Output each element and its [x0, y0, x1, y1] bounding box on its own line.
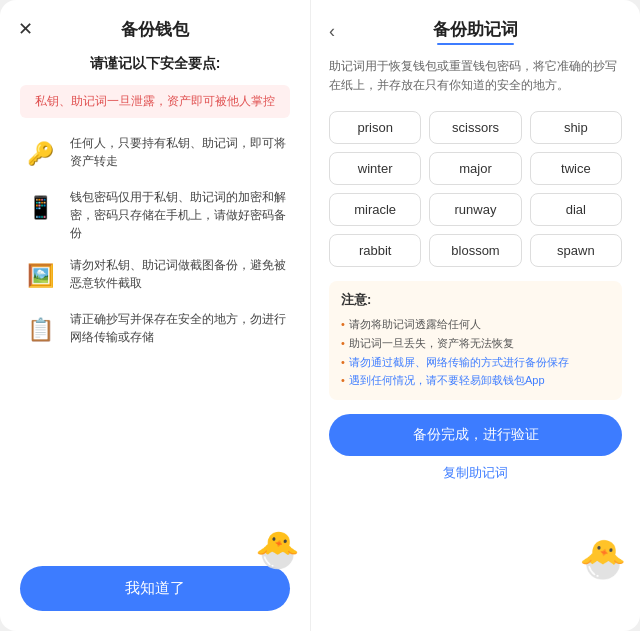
- left-item: 📋请正确抄写并保存在安全的地方，勿进行网络传输或存储: [20, 310, 290, 350]
- mnemonic-word-5: twice: [530, 152, 622, 185]
- left-item: 📱钱包密码仅用于私钥、助记词的加密和解密，密码只存储在手机上，请做好密码备份: [20, 188, 290, 242]
- notes-item-3: 遇到任何情况，请不要轻易卸载钱包App: [341, 371, 610, 390]
- mnemonic-word-9: rabbit: [329, 234, 421, 267]
- mnemonic-word-11: spawn: [530, 234, 622, 267]
- left-title: 备份钱包: [121, 18, 189, 41]
- left-items-list: 🔑任何人，只要持有私钥、助记词，即可将资产转走📱钱包密码仅用于私钥、助记词的加密…: [20, 134, 290, 556]
- mnemonic-word-1: scissors: [429, 111, 521, 144]
- left-item-text-3: 请正确抄写并保存在安全的地方，勿进行网络传输或存储: [70, 310, 290, 346]
- left-subtitle: 请谨记以下安全要点:: [90, 55, 221, 73]
- copy-mnemonic-link[interactable]: 复制助记词: [329, 464, 622, 482]
- right-title-container: 备份助记词: [433, 18, 518, 45]
- left-item-text-0: 任何人，只要持有私钥、助记词，即可将资产转走: [70, 134, 290, 170]
- right-description: 助记词用于恢复钱包或重置钱包密码，将它准确的抄写在纸上，并存放在只有你知道的安全…: [329, 57, 622, 95]
- close-button[interactable]: ✕: [18, 18, 33, 40]
- confirm-backup-button[interactable]: 备份完成，进行验证: [329, 414, 622, 456]
- right-title: 备份助记词: [433, 18, 518, 41]
- left-item-icon-2: 🖼️: [20, 256, 60, 296]
- mascot-icon-left: 🐣: [255, 529, 300, 571]
- notes-item-2: 请勿通过截屏、网络传输的方式进行备份保存: [341, 353, 610, 372]
- mnemonic-word-8: dial: [530, 193, 622, 226]
- mnemonic-word-7: runway: [429, 193, 521, 226]
- mnemonic-word-3: winter: [329, 152, 421, 185]
- acknowledge-button[interactable]: 我知道了: [20, 566, 290, 611]
- left-item-text-2: 请勿对私钥、助记词做截图备份，避免被恶意软件截取: [70, 256, 290, 292]
- mnemonic-grid: prisonscissorsshipwintermajortwicemiracl…: [329, 111, 622, 267]
- notes-item-1: 助记词一旦丢失，资产将无法恢复: [341, 334, 610, 353]
- left-item: 🔑任何人，只要持有私钥、助记词，即可将资产转走: [20, 134, 290, 174]
- mnemonic-word-6: miracle: [329, 193, 421, 226]
- left-item-icon-0: 🔑: [20, 134, 60, 174]
- right-panel: ‹ 备份助记词 助记词用于恢复钱包或重置钱包密码，将它准确的抄写在纸上，并存放在…: [310, 0, 640, 631]
- notes-section: 注意: 请勿将助记词透露给任何人助记词一旦丢失，资产将无法恢复请勿通过截屏、网络…: [329, 281, 622, 400]
- notes-item-0: 请勿将助记词透露给任何人: [341, 315, 610, 334]
- mnemonic-word-4: major: [429, 152, 521, 185]
- right-header: ‹ 备份助记词: [329, 18, 622, 45]
- mascot-icon-right: 🐣: [579, 537, 626, 581]
- mnemonic-word-2: ship: [530, 111, 622, 144]
- mnemonic-word-0: prison: [329, 111, 421, 144]
- back-button[interactable]: ‹: [329, 21, 335, 42]
- left-item: 🖼️请勿对私钥、助记词做截图备份，避免被恶意软件截取: [20, 256, 290, 296]
- title-underline: [437, 43, 514, 45]
- left-warning-text: 私钥、助记词一旦泄露，资产即可被他人掌控: [20, 85, 290, 118]
- left-item-text-1: 钱包密码仅用于私钥、助记词的加密和解密，密码只存储在手机上，请做好密码备份: [70, 188, 290, 242]
- left-item-icon-3: 📋: [20, 310, 60, 350]
- left-panel: ✕ 备份钱包 请谨记以下安全要点: 私钥、助记词一旦泄露，资产即可被他人掌控 🔑…: [0, 0, 310, 631]
- left-item-icon-1: 📱: [20, 188, 60, 228]
- notes-title: 注意:: [341, 291, 610, 309]
- mnemonic-word-10: blossom: [429, 234, 521, 267]
